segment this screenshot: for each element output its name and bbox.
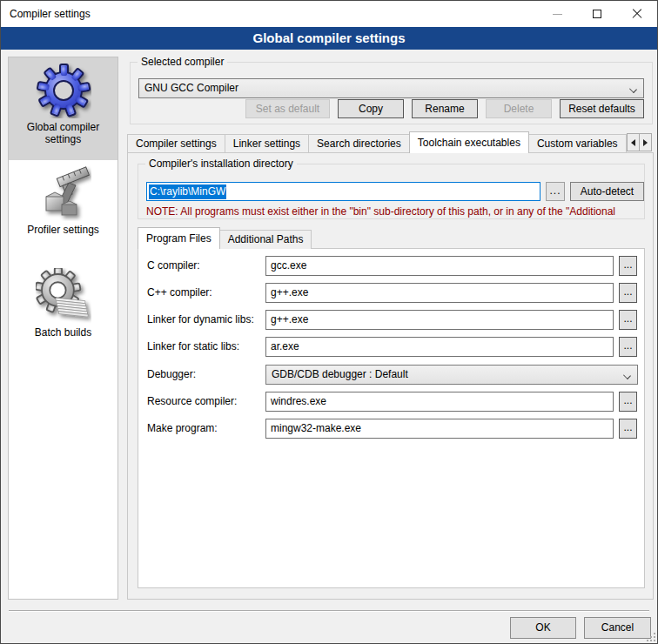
blue-gear-icon bbox=[36, 63, 91, 118]
installation-directory-group: Compiler's installation directory C:\ray… bbox=[138, 164, 645, 219]
resource-compiler-row: Resource compiler: windres.exe ... bbox=[138, 392, 644, 412]
program-tab-bar: Program Files Additional Paths bbox=[138, 228, 311, 249]
toolchain-executables-page: Compiler's installation directory C:\ray… bbox=[127, 152, 654, 600]
make-program-input[interactable]: mingw32-make.exe bbox=[265, 419, 614, 439]
dynamic-linker-row: Linker for dynamic libs: g++.exe ... bbox=[138, 310, 644, 330]
debugger-row: Debugger: GDB/CDB debugger : Default bbox=[138, 365, 644, 385]
debugger-select-value: GDB/CDB debugger : Default bbox=[272, 368, 408, 380]
cancel-button[interactable]: Cancel bbox=[584, 617, 651, 639]
compiler-select-value: GNU GCC Compiler bbox=[144, 82, 238, 94]
compiler-buttons-row: Set as default Copy Rename Delete Reset … bbox=[245, 99, 644, 118]
tab-toolchain-executables[interactable]: Toolchain executables bbox=[409, 131, 529, 153]
selected-compiler-group: Selected compiler GNU GCC Compiler Set a… bbox=[130, 62, 653, 124]
make-program-row: Make program: mingw32-make.exe ... bbox=[138, 419, 644, 439]
copy-button[interactable]: Copy bbox=[338, 99, 404, 118]
tab-custom-variables[interactable]: Custom variables bbox=[528, 134, 627, 153]
field-label: Debugger: bbox=[147, 368, 196, 380]
tab-linker-settings[interactable]: Linker settings bbox=[225, 134, 309, 153]
tab-search-directories[interactable]: Search directories bbox=[308, 134, 410, 153]
selected-compiler-group-label: Selected compiler bbox=[138, 56, 227, 68]
auto-detect-button[interactable]: Auto-detect bbox=[570, 182, 644, 201]
field-label: C++ compiler: bbox=[147, 286, 212, 299]
sidebar-item-global-compiler-settings[interactable]: Global compiler settings bbox=[9, 57, 118, 160]
bin-subdirectory-note: NOTE: All programs must exist either in … bbox=[146, 205, 643, 218]
window-title: Compiler settings bbox=[10, 8, 91, 20]
rename-button[interactable]: Rename bbox=[412, 99, 478, 118]
chevron-down-icon bbox=[630, 86, 637, 93]
program-files-page: C compiler: gcc.exe ... C++ compiler: g+… bbox=[138, 248, 645, 588]
sidebar-item-label: Global compiler settings bbox=[9, 121, 118, 145]
static-linker-browse-button[interactable]: ... bbox=[619, 337, 637, 357]
installation-directory-input[interactable]: C:\raylib\MinGW bbox=[146, 182, 540, 201]
sidebar-item-label: Batch builds bbox=[9, 326, 118, 339]
window-controls bbox=[537, 1, 657, 27]
c-compiler-input[interactable]: gcc.exe bbox=[265, 256, 614, 276]
dynamic-linker-input[interactable]: g++.exe bbox=[265, 310, 614, 330]
sidebar-item-profiler-settings[interactable]: Profiler settings bbox=[9, 160, 118, 263]
right-arrow-icon bbox=[643, 139, 651, 146]
compiler-select[interactable]: GNU GCC Compiler bbox=[138, 78, 644, 98]
static-linker-input[interactable]: ar.exe bbox=[265, 337, 614, 357]
static-linker-row: Linker for static libs: ar.exe ... bbox=[138, 337, 644, 357]
reset-defaults-button[interactable]: Reset defaults bbox=[560, 99, 644, 118]
left-arrow-icon bbox=[628, 139, 635, 146]
close-icon bbox=[632, 9, 642, 19]
c-compiler-row: C compiler: gcc.exe ... bbox=[138, 256, 644, 276]
cpp-compiler-input[interactable]: g++.exe bbox=[265, 283, 614, 303]
sidebar-item-label: Profiler settings bbox=[9, 224, 118, 236]
dialog-content: Global compiler settings bbox=[1, 50, 657, 643]
chevron-down-icon bbox=[624, 372, 631, 379]
minimize-icon bbox=[553, 14, 562, 15]
footer-divider bbox=[9, 610, 649, 612]
resize-grip[interactable] bbox=[645, 631, 655, 641]
page-title: Global compiler settings bbox=[1, 27, 657, 50]
gray-gear-stack-icon bbox=[36, 268, 91, 324]
titlebar[interactable]: Compiler settings bbox=[1, 1, 657, 27]
installation-directory-value: C:\raylib\MinGW bbox=[149, 184, 226, 199]
installation-directory-group-label: Compiler's installation directory bbox=[145, 158, 297, 170]
tab-scroll-right-button[interactable] bbox=[639, 133, 652, 151]
minimize-button[interactable] bbox=[537, 1, 577, 27]
field-label: Linker for dynamic libs: bbox=[147, 313, 254, 325]
c-compiler-browse-button[interactable]: ... bbox=[619, 256, 637, 276]
field-label: Make program: bbox=[147, 422, 218, 434]
maximize-button[interactable] bbox=[577, 1, 617, 27]
resource-compiler-browse-button[interactable]: ... bbox=[619, 392, 637, 412]
compiler-settings-dialog: Compiler settings Global compiler settin… bbox=[0, 0, 658, 644]
tab-program-files[interactable]: Program Files bbox=[138, 227, 220, 249]
make-program-browse-button[interactable]: ... bbox=[619, 419, 637, 439]
installation-directory-browse-button[interactable]: ... bbox=[546, 182, 565, 201]
delete-button[interactable]: Delete bbox=[486, 99, 552, 118]
field-label: Resource compiler: bbox=[147, 395, 237, 407]
caliper-icon bbox=[36, 165, 91, 221]
set-as-default-button[interactable]: Set as default bbox=[245, 99, 330, 118]
close-button[interactable] bbox=[617, 1, 657, 27]
main-tab-bar: Compiler settings Linker settings Search… bbox=[127, 131, 634, 153]
debugger-select[interactable]: GDB/CDB debugger : Default bbox=[265, 365, 638, 385]
cpp-compiler-row: C++ compiler: g++.exe ... bbox=[138, 283, 644, 303]
cpp-compiler-browse-button[interactable]: ... bbox=[619, 283, 637, 303]
ok-button[interactable]: OK bbox=[510, 617, 576, 639]
resource-compiler-input[interactable]: windres.exe bbox=[265, 392, 614, 412]
field-label: C compiler: bbox=[147, 259, 200, 272]
tab-scroll-buttons bbox=[628, 133, 652, 151]
dynamic-linker-browse-button[interactable]: ... bbox=[619, 310, 637, 330]
tab-additional-paths[interactable]: Additional Paths bbox=[219, 230, 312, 249]
settings-category-list: Global compiler settings bbox=[8, 57, 118, 600]
field-label: Linker for static libs: bbox=[147, 340, 239, 352]
tab-compiler-settings[interactable]: Compiler settings bbox=[127, 134, 225, 153]
sidebar-item-batch-builds[interactable]: Batch builds bbox=[9, 263, 118, 366]
maximize-icon bbox=[593, 10, 601, 18]
tab-scroll-left-button[interactable] bbox=[627, 133, 640, 151]
